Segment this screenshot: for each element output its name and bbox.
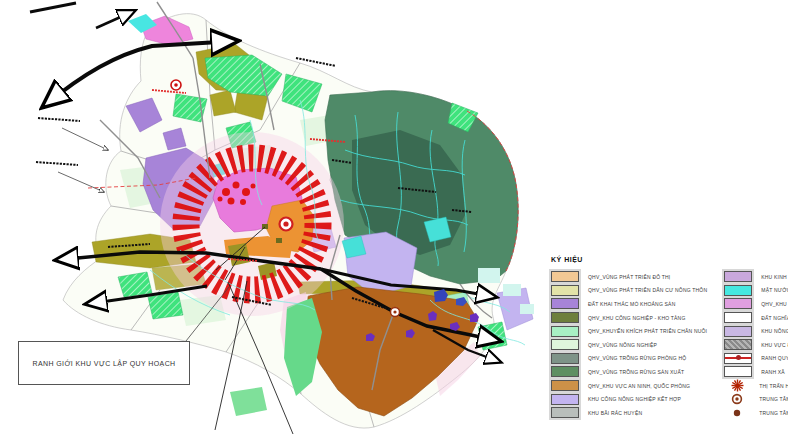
legend-item-label: QHV_VÙNG PHÁT TRIỂN DÂN CƯ NÔNG THÔN bbox=[588, 287, 707, 293]
legend-swatch bbox=[551, 285, 579, 296]
legend-title: KÝ HIỆU bbox=[551, 256, 786, 263]
legend-item: ĐẤT NGHĨA TRANG bbox=[721, 311, 788, 325]
legend-swatch bbox=[724, 353, 752, 364]
legend-swatch bbox=[724, 285, 752, 296]
district-town-icon bbox=[280, 218, 293, 231]
legend-item-label: QHV_KHU VỰC AN NINH, QUỐC PHÒNG bbox=[588, 383, 690, 389]
legend-item: ĐẤT KHAI THÁC MỎ KHOÁNG SẢN bbox=[548, 297, 707, 311]
planning-boundary-label: RANH GIỚI KHU VỰC LẬP QUY HOẠCH bbox=[32, 360, 175, 367]
planning-boundary-label-box: RANH GIỚI KHU VỰC LẬP QUY HOẠCH bbox=[18, 341, 190, 385]
legend-column-right: KHU KINH TẾMẶT NƯỚCQHV_KHU DU LỊCHĐẤT NG… bbox=[721, 270, 788, 420]
legend-item-label: QHV_KHU CÔNG NGHIỆP - KHO TÀNG bbox=[588, 315, 686, 321]
legend-swatch bbox=[551, 394, 579, 405]
legend-column-left: QHV_VÙNG PHÁT TRIỂN ĐÔ THỊQHV_VÙNG PHÁT … bbox=[548, 270, 707, 420]
legend-swatch bbox=[724, 312, 752, 323]
legend-columns: QHV_VÙNG PHÁT TRIỂN ĐÔ THỊQHV_VÙNG PHÁT … bbox=[548, 270, 786, 420]
legend-item-label: THỊ TRẤN HUYỆN LỴ (TRUNG TÂM VÙNG ) bbox=[759, 383, 788, 389]
legend-item-label: QHV_KHU DU LỊCH bbox=[761, 301, 788, 307]
starburst-icon bbox=[731, 379, 744, 392]
target-icon bbox=[731, 393, 743, 405]
legend-item: QHV_VÙNG TRỒNG RỪNG SẢN XUẤT bbox=[548, 365, 707, 379]
subregion-center-icon bbox=[171, 80, 181, 90]
building-block bbox=[276, 238, 282, 243]
legend-item: KHU NÔNG NGHIỆP CÔNG NGHỆ CAO bbox=[721, 324, 788, 338]
legend-swatch bbox=[551, 339, 579, 350]
legend-item-label: TRUNG TÂM TIỂU VÙNG bbox=[759, 396, 788, 402]
legend-item-label: QHV_VÙNG PHÁT TRIỂN ĐÔ THỊ bbox=[588, 274, 670, 280]
legend-item: MẶT NƯỚC bbox=[721, 284, 788, 298]
legend-item: QHV_KHU DU LỊCH bbox=[721, 297, 788, 311]
legend-item-label: KHU KINH TẾ bbox=[761, 274, 788, 280]
legend-swatch bbox=[551, 353, 579, 364]
legend: KÝ HIỆU QHV_VÙNG PHÁT TRIỂN ĐÔ THỊQHV_VÙ… bbox=[548, 256, 786, 420]
legend-swatch bbox=[551, 312, 579, 323]
legend-item-label: KHU BÃI RÁC HUYỆN bbox=[588, 410, 642, 416]
legend-swatch bbox=[551, 298, 579, 309]
legend-item-label: KHU NÔNG NGHIỆP CÔNG NGHỆ CAO bbox=[761, 328, 788, 334]
legend-item-label: RANH XÃ bbox=[761, 369, 785, 375]
highway-spur bbox=[96, 11, 134, 28]
legend-icon bbox=[724, 408, 750, 418]
legend-item: QHV_VÙNG PHÁT TRIỂN ĐÔ THỊ bbox=[548, 270, 707, 284]
legend-swatch bbox=[724, 271, 752, 282]
legend-item: RANH XÃ bbox=[721, 365, 788, 379]
legend-item: QHV_KHUYẾN KHÍCH PHÁT TRIỂN CHĂN NUÔI bbox=[548, 324, 707, 338]
legend-icon bbox=[724, 379, 750, 392]
legend-item: KHU VỰC ĐẦU MỐI HẠ TẦNG bbox=[721, 338, 788, 352]
legend-item-label: QHV_VÙNG TRỒNG RỪNG PHÒNG HỘ bbox=[588, 355, 686, 361]
legend-swatch bbox=[551, 366, 579, 377]
planning-map-screenshot: RANH GIỚI KHU VỰC LẬP QUY HOẠCH KÝ HIỆU … bbox=[0, 0, 788, 439]
legend-item-label: ĐẤT KHAI THÁC MỎ KHOÁNG SẢN bbox=[588, 301, 675, 307]
legend-item-label: KHU VỰC ĐẦU MỐI HẠ TẦNG bbox=[761, 342, 788, 348]
legend-item: QHV_KHU VỰC AN NINH, QUỐC PHÒNG bbox=[548, 379, 707, 393]
legend-item: KHU BÃI RÁC HUYỆN bbox=[548, 406, 707, 420]
dot-icon bbox=[732, 408, 742, 418]
legend-swatch bbox=[551, 326, 579, 337]
legend-swatch bbox=[551, 271, 579, 282]
legend-icon bbox=[724, 393, 750, 405]
legend-item-label: ĐẤT NGHĨA TRANG bbox=[761, 315, 788, 321]
legend-swatch bbox=[724, 326, 752, 337]
legend-swatch bbox=[724, 298, 752, 309]
legend-item-label: QHV_VÙNG TRỒNG RỪNG SẢN XUẤT bbox=[588, 369, 684, 375]
legend-swatch bbox=[551, 407, 579, 418]
highway-spur bbox=[30, 3, 76, 12]
legend-item-label: KHU CÔNG NÔNG NGHIỆP KẾT HỢP bbox=[588, 396, 681, 402]
legend-item-label: RANH QUY HOẠCH bbox=[761, 355, 788, 361]
legend-item-label: MẶT NƯỚC bbox=[761, 287, 788, 293]
legend-item: TRUNG TÂM XÃ HIỆN HỮU bbox=[721, 406, 788, 420]
legend-swatch bbox=[551, 380, 579, 391]
green-strip bbox=[230, 387, 267, 416]
legend-item-label: QHV_KHUYẾN KHÍCH PHÁT TRIỂN CHĂN NUÔI bbox=[588, 328, 707, 334]
legend-item-label: TRUNG TÂM XÃ HIỆN HỮU bbox=[759, 410, 788, 416]
legend-item: QHV_KHU CÔNG NGHIỆP - KHO TÀNG bbox=[548, 311, 707, 325]
subregion-center-icon bbox=[391, 308, 400, 317]
legend-item: KHU KINH TẾ bbox=[721, 270, 788, 284]
legend-item-label: QHV_VÙNG NÔNG NGHIỆP bbox=[588, 342, 657, 348]
legend-item: QHV_VÙNG NÔNG NGHIỆP bbox=[548, 338, 707, 352]
legend-item: QHV_VÙNG PHÁT TRIỂN DÂN CƯ NÔNG THÔN bbox=[548, 284, 707, 298]
legend-item: KHU CÔNG NÔNG NGHIỆP KẾT HỢP bbox=[548, 392, 707, 406]
legend-swatch bbox=[724, 339, 752, 350]
legend-item: RANH QUY HOẠCH bbox=[721, 352, 788, 366]
legend-item: QHV_VÙNG TRỒNG RỪNG PHÒNG HỘ bbox=[548, 352, 707, 366]
legend-item: TRUNG TÂM TIỂU VÙNG bbox=[721, 392, 788, 406]
legend-item: THỊ TRẤN HUYỆN LỴ (TRUNG TÂM VÙNG ) bbox=[721, 379, 788, 393]
legend-swatch bbox=[724, 366, 752, 377]
